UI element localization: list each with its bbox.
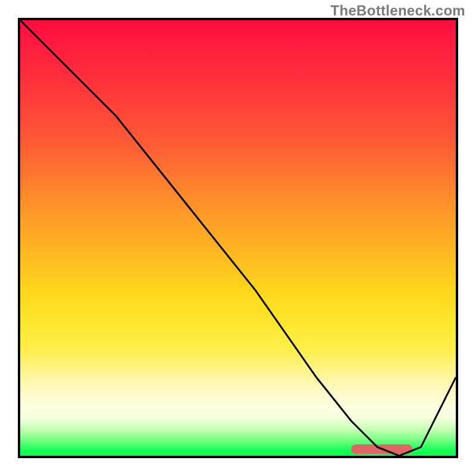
plot-area xyxy=(18,18,458,458)
gradient-background xyxy=(20,20,456,456)
watermark-text: TheBottleneck.com xyxy=(331,2,465,19)
chart-root: TheBottleneck.com xyxy=(0,0,476,476)
